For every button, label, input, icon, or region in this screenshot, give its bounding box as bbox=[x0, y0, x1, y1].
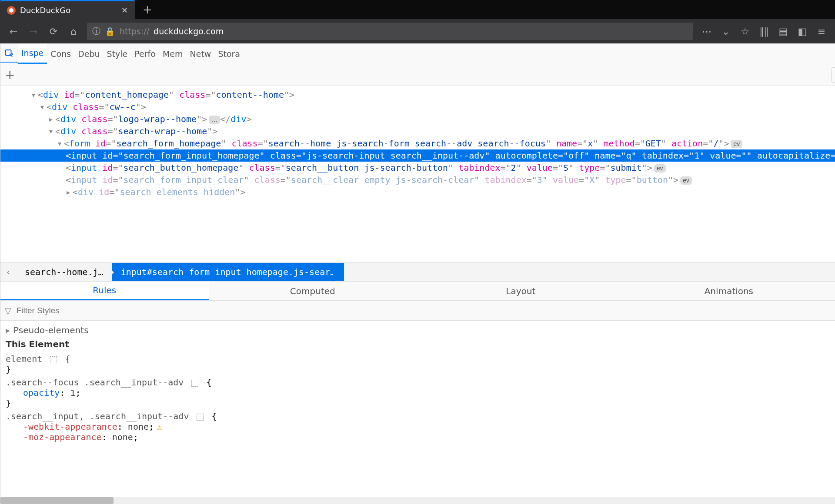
tab-title: DuckDuckGo bbox=[20, 6, 70, 15]
event-badge[interactable]: ev bbox=[731, 140, 742, 149]
element-picker-button[interactable] bbox=[0, 45, 18, 63]
home-button[interactable]: ⌂ bbox=[64, 22, 83, 40]
markup-row[interactable]: ▾<form id="search_form_homepage" class="… bbox=[0, 137, 835, 149]
markup-row[interactable]: ▾<div class="cw--c"> bbox=[0, 101, 835, 113]
tab-animations[interactable]: Animations bbox=[625, 282, 833, 300]
browser-tab[interactable]: DuckDuckGo ✕ bbox=[0, 0, 135, 19]
rule-selector: .search--focus .search__input--adv bbox=[6, 377, 184, 388]
tab-performance[interactable]: Perfo bbox=[131, 43, 159, 64]
twisty-icon[interactable]: ▸ bbox=[66, 186, 73, 198]
add-node-button[interactable]: + bbox=[5, 68, 15, 82]
rule-selector: element bbox=[6, 354, 42, 364]
pocket-icon[interactable]: ⌄ bbox=[717, 22, 735, 40]
markup-row[interactable]: <input id="search_form_input_clear" clas… bbox=[0, 174, 835, 186]
tab-memory[interactable]: Mem bbox=[159, 43, 187, 64]
selector-highlighter-icon[interactable] bbox=[197, 414, 204, 421]
page-actions-icon[interactable]: ⋯ bbox=[698, 22, 716, 40]
url-host: duckduckgo.com bbox=[154, 27, 224, 36]
close-tab-icon[interactable]: ✕ bbox=[121, 6, 128, 15]
devtools-tabs: Inspe Cons Debu Style Perfo Mem Netw Sto… bbox=[18, 43, 244, 64]
markup-row[interactable]: <input id="search_form_input_homepage" c… bbox=[0, 149, 835, 162]
menu-icon[interactable]: ≡ bbox=[812, 22, 831, 40]
reload-button[interactable]: ⟳ bbox=[44, 22, 63, 40]
tab-strip: DuckDuckGo ✕ + bbox=[0, 0, 835, 19]
tab-storage[interactable]: Stora bbox=[214, 43, 244, 64]
this-element-header: This Element bbox=[6, 337, 835, 351]
rule-block[interactable]: element { inline} bbox=[6, 354, 835, 375]
back-button[interactable]: ← bbox=[4, 22, 23, 40]
warning-icon[interactable]: ⚠ bbox=[157, 421, 162, 432]
tab-computed[interactable]: Computed bbox=[209, 282, 417, 300]
twisty-icon[interactable]: ▸ bbox=[48, 113, 55, 125]
favicon-icon bbox=[7, 6, 16, 15]
url-protocol: https:// bbox=[120, 27, 149, 36]
search-html-input[interactable]: 🔍 Search HTML bbox=[832, 67, 835, 83]
twisty-icon[interactable]: ▾ bbox=[48, 125, 55, 137]
tab-console[interactable]: Cons bbox=[47, 43, 74, 64]
css-property[interactable]: -webkit-appearance bbox=[23, 421, 117, 432]
browser-chrome: DuckDuckGo ✕ + ← → ⟳ ⌂ ⓘ 🔒 https://duckd… bbox=[0, 0, 835, 43]
markup-tree[interactable]: ▾<div id="content_homepage" class="conte… bbox=[0, 86, 835, 262]
breadcrumb-prev-button[interactable]: ‹ bbox=[0, 267, 16, 277]
css-value[interactable]: none bbox=[112, 432, 133, 442]
rule-block[interactable]: .search__input, .search__input--adv { s1… bbox=[6, 411, 835, 442]
library-icon[interactable]: ∥∥ bbox=[755, 22, 773, 40]
filter-styles-input[interactable] bbox=[17, 306, 835, 315]
new-tab-button[interactable]: + bbox=[135, 3, 160, 16]
addon-icon[interactable]: ◧ bbox=[793, 22, 812, 40]
rules-panel[interactable]: ▸Pseudo-elements This Element element { … bbox=[0, 321, 835, 497]
tab-fonts[interactable]: Fonts bbox=[833, 282, 835, 300]
sidebar-icon[interactable]: ▤ bbox=[774, 22, 792, 40]
selector-highlighter-icon[interactable] bbox=[191, 380, 198, 387]
pseudo-elements-header: Pseudo-elements bbox=[13, 325, 89, 335]
tab-network[interactable]: Netw bbox=[187, 43, 215, 64]
filter-icon: ▽ bbox=[5, 306, 11, 315]
tab-style[interactable]: Style bbox=[104, 43, 131, 64]
url-bar[interactable]: ⓘ 🔒 https://duckduckgo.com bbox=[87, 23, 693, 40]
lock-icon[interactable]: 🔒 bbox=[105, 27, 115, 36]
css-value[interactable]: none bbox=[128, 421, 149, 432]
filter-bar: ▽ + ⎘ .cls bbox=[0, 301, 835, 321]
markup-toolbar: + 🔍 Search HTML ✎ ◱ bbox=[0, 64, 835, 86]
css-value[interactable]: 1 bbox=[70, 388, 75, 398]
forward-button[interactable]: → bbox=[24, 22, 43, 40]
tab-inspector[interactable]: Inspe bbox=[18, 43, 47, 64]
breadcrumb: ‹ search--home.j… input#search_form_inpu… bbox=[0, 262, 835, 282]
devtools-panel: Inspe Cons Debu Style Perfo Mem Netw Sto… bbox=[0, 43, 835, 504]
rule-block[interactable]: .search--focus .search__input--adv { s15… bbox=[6, 377, 835, 408]
content-area: DuckDuckGo input#search_form_input_homep… bbox=[0, 43, 835, 504]
rules-tabs: Rules Computed Layout Animations Fonts bbox=[0, 282, 835, 301]
twisty-icon[interactable]: ▸ bbox=[6, 325, 10, 335]
markup-row[interactable]: ▾<div id="content_homepage" class="conte… bbox=[0, 89, 835, 101]
event-badge[interactable]: ev bbox=[654, 164, 666, 173]
css-property[interactable]: opacity bbox=[23, 388, 60, 398]
breadcrumb-current[interactable]: input#search_form_input_homepage.js-sear… bbox=[112, 263, 344, 281]
tab-layout[interactable]: Layout bbox=[417, 282, 625, 300]
nav-bar: ← → ⟳ ⌂ ⓘ 🔒 https://duckduckgo.com ⋯ ⌄ ☆… bbox=[0, 19, 835, 43]
markup-row[interactable]: ▸<div class="logo-wrap--home">…</div> bbox=[0, 113, 835, 125]
bookmark-icon[interactable]: ☆ bbox=[736, 22, 754, 40]
twisty-icon[interactable]: ▾ bbox=[57, 137, 64, 149]
markup-row[interactable]: ▾<div class="search-wrap--home"> bbox=[0, 125, 835, 137]
event-badge[interactable]: ev bbox=[680, 176, 692, 185]
devtools-toolbar: Inspe Cons Debu Style Perfo Mem Netw Sto… bbox=[0, 43, 835, 64]
markup-row[interactable]: ▸<div id="search_elements_hidden"> bbox=[0, 186, 835, 198]
css-property[interactable]: -moz-appearance bbox=[23, 432, 102, 442]
tab-rules[interactable]: Rules bbox=[0, 282, 209, 300]
tab-debugger[interactable]: Debu bbox=[74, 43, 103, 64]
markup-row[interactable]: <input id="search_button_homepage" class… bbox=[0, 162, 835, 174]
info-icon[interactable]: ⓘ bbox=[92, 26, 100, 37]
twisty-icon[interactable]: ▾ bbox=[31, 89, 38, 101]
twisty-icon[interactable]: ▾ bbox=[40, 101, 47, 113]
rule-selector: .search__input, .search__input--adv bbox=[6, 411, 189, 421]
selector-highlighter-icon[interactable] bbox=[50, 356, 57, 363]
breadcrumb-item[interactable]: search--home.j… bbox=[16, 263, 112, 281]
horizontal-scrollbar[interactable] bbox=[0, 497, 835, 504]
